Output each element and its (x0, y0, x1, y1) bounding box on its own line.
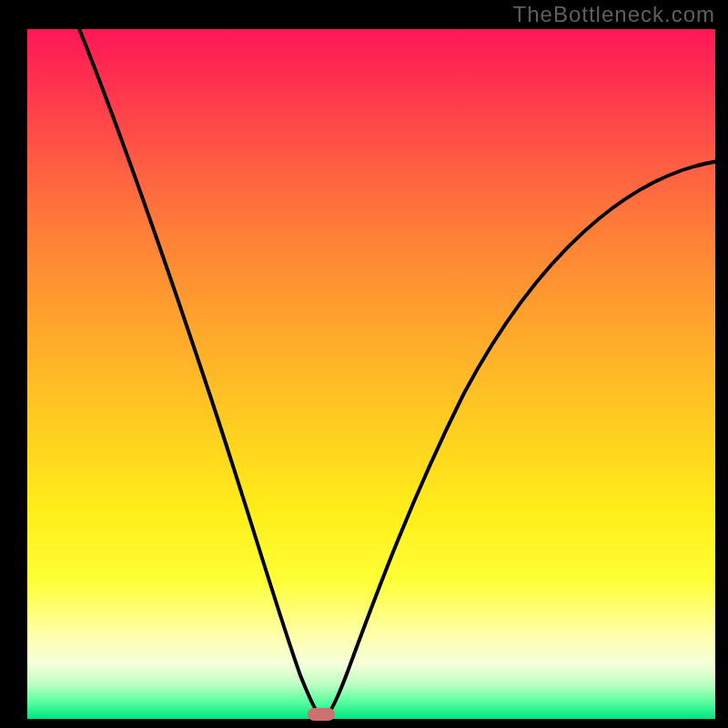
watermark-text: TheBottleneck.com (513, 2, 715, 27)
optimum-marker (308, 708, 335, 721)
right-border (715, 0, 728, 728)
bottom-border (0, 719, 728, 728)
bottleneck-curve (76, 29, 715, 716)
bottleneck-curve-svg (27, 29, 715, 719)
left-border (0, 0, 27, 728)
